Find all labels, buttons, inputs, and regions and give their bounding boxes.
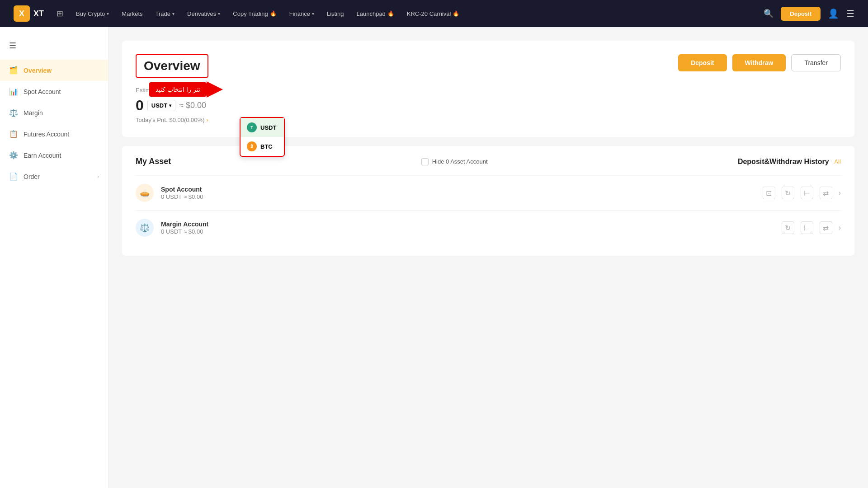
nav-listing[interactable]: Listing (322, 10, 349, 17)
sidebar-label-spot: Spot Account (24, 88, 61, 95)
today-pnl-value: $0.00(0.00%) (169, 117, 204, 123)
nav-finance[interactable]: Finance ▾ (285, 10, 319, 17)
logo-text: XT (33, 9, 44, 19)
asset-row-spot: 🥧 Spot Account 0 USDT ≈ $0.00 ⊡ ↻ ⊢ ⇄ › (136, 175, 841, 210)
overview-title: Overview (144, 59, 200, 73)
margin-account-info: Margin Account 0 USDT ≈ $0.00 (161, 221, 782, 235)
sidebar-hamburger[interactable]: ☰ (0, 36, 108, 60)
spot-account-info: Spot Account 0 USDT ≈ $0.00 (161, 186, 763, 200)
today-pnl-label: Today's PnL (136, 117, 167, 123)
currency-dropdown-menu: T USDT ₿ BTC (240, 117, 285, 157)
dropdown-item-btc[interactable]: ₿ BTC (241, 137, 284, 156)
margin-account-balance: 0 USDT ≈ $0.00 (161, 228, 782, 235)
usd-value: ≈ $0.00 (179, 101, 206, 110)
nav-derivatives[interactable]: Derivatives ▾ (183, 10, 225, 17)
dw-all-link[interactable]: All (835, 158, 841, 165)
main-container: ☰ 🗂️ Overview 📊 Spot Account ⚖️ Margin 📋… (0, 27, 868, 488)
order-icon: 📄 (9, 172, 18, 181)
navbar: X XT ⊞ Buy Crypto ▾ Markets Trade ▾ Deri… (0, 0, 868, 27)
my-asset-header: My Asset Hide 0 Asset Account Deposit&Wi… (136, 157, 841, 166)
my-asset-title: My Asset (136, 157, 171, 166)
logo-area[interactable]: X XT (14, 5, 44, 22)
overview-header: Overview Deposit Withdraw Transfer (136, 54, 841, 78)
balance-row: 0 USDT ▾ ≈ $0.00 T USDT ₿ BTC (136, 97, 841, 114)
chevron-down-icon: ▾ (169, 103, 171, 108)
sidebar-item-margin[interactable]: ⚖️ Margin (0, 102, 108, 123)
main-content: Overview Deposit Withdraw Transfer Estim… (108, 27, 868, 488)
sidebar-item-overview[interactable]: 🗂️ Overview (0, 60, 108, 81)
earn-icon: ⚙️ (9, 151, 18, 160)
sidebar-label-margin: Margin (24, 109, 43, 117)
hide-zero-text: Hide 0 Asset Account (432, 158, 488, 165)
logo-icon: X (14, 5, 30, 22)
menu-icon[interactable]: ☰ (846, 8, 854, 19)
sidebar-item-spot[interactable]: 📊 Spot Account (0, 81, 108, 102)
usdt-label: USDT (260, 124, 276, 131)
sidebar-label-order: Order (24, 173, 40, 180)
nav-trade[interactable]: Trade ▾ (151, 10, 179, 17)
nav-markets[interactable]: Markets (117, 10, 147, 17)
currency-label: USDT (151, 102, 167, 109)
nav-krc20[interactable]: KRC-20 Carnival 🔥 (402, 10, 464, 17)
estimated-balance-label: Estimated Balance 👁 (136, 87, 841, 94)
hide-zero-checkbox[interactable] (421, 158, 429, 165)
spot-withdraw-icon[interactable]: ⊢ (801, 187, 813, 199)
spot-refresh-icon[interactable]: ↻ (782, 187, 794, 199)
spot-deposit-icon[interactable]: ⊡ (763, 187, 775, 199)
user-icon[interactable]: 👤 (828, 8, 839, 19)
deposit-history-section: Deposit&Withdraw History All (738, 158, 841, 166)
nav-copy-trading[interactable]: Copy Trading 🔥 (228, 10, 281, 17)
pnl-arrow-icon[interactable]: › (206, 117, 208, 123)
sidebar-label-futures: Futures Account (24, 131, 69, 138)
margin-row-arrow[interactable]: › (839, 224, 841, 232)
transfer-button[interactable]: Transfer (791, 54, 841, 71)
sidebar-label-overview: Overview (24, 67, 52, 74)
nav-launchpad[interactable]: Launchpad 🔥 (352, 10, 399, 17)
nav-buy-crypto[interactable]: Buy Crypto ▾ (71, 10, 113, 17)
overview-card: Overview Deposit Withdraw Transfer Estim… (122, 41, 854, 137)
balance-amount: 0 (136, 97, 144, 114)
dropdown-item-usdt[interactable]: T USDT (241, 118, 284, 137)
grid-icon[interactable]: ⊞ (57, 9, 63, 19)
spot-account-balance: 0 USDT ≈ $0.00 (161, 193, 763, 200)
spot-account-icon: 🥧 (136, 184, 154, 202)
margin-icon: ⚖️ (9, 108, 18, 117)
margin-transfer-icon[interactable]: ⇄ (820, 221, 832, 234)
overview-title-box: Overview (136, 54, 208, 78)
usdt-icon: T (247, 122, 257, 132)
eye-icon[interactable]: 👁 (187, 87, 193, 94)
withdraw-button[interactable]: Withdraw (732, 54, 786, 71)
margin-account-icon: ⚖️ (136, 219, 154, 237)
margin-withdraw-icon[interactable]: ⊢ (801, 221, 813, 234)
header-actions: Deposit Withdraw Transfer (678, 54, 841, 71)
my-asset-section: My Asset Hide 0 Asset Account Deposit&Wi… (122, 146, 854, 256)
search-icon[interactable]: 🔍 (764, 9, 774, 19)
nav-right: 🔍 Deposit 👤 ☰ (764, 7, 854, 21)
currency-dropdown[interactable]: USDT ▾ (147, 100, 175, 111)
sidebar-item-futures[interactable]: 📋 Futures Account (0, 123, 108, 145)
spot-icon: 📊 (9, 87, 18, 96)
order-arrow-icon: › (97, 174, 99, 180)
margin-account-name: Margin Account (161, 221, 782, 228)
dw-history-title: Deposit&Withdraw History (738, 158, 829, 166)
margin-account-actions: ↻ ⊢ ⇄ › (782, 221, 841, 234)
hide-zero-label: Hide 0 Asset Account (421, 158, 488, 165)
sidebar: ☰ 🗂️ Overview 📊 Spot Account ⚖️ Margin 📋… (0, 27, 108, 488)
margin-refresh-icon[interactable]: ↻ (782, 221, 794, 234)
overview-icon: 🗂️ (9, 66, 18, 75)
deposit-button[interactable]: Deposit (678, 54, 726, 71)
spot-account-name: Spot Account (161, 186, 763, 193)
spot-transfer-icon[interactable]: ⇄ (820, 187, 832, 199)
sidebar-label-earn: Earn Account (24, 152, 61, 159)
sidebar-item-earn[interactable]: ⚙️ Earn Account (0, 145, 108, 166)
sidebar-item-order[interactable]: 📄 Order › (0, 166, 108, 187)
spot-row-arrow[interactable]: › (839, 189, 841, 197)
futures-icon: 📋 (9, 130, 18, 138)
btc-label: BTC (260, 143, 273, 150)
nav-deposit-button[interactable]: Deposit (781, 7, 821, 21)
btc-icon: ₿ (247, 141, 257, 151)
asset-row-margin: ⚖️ Margin Account 0 USDT ≈ $0.00 ↻ ⊢ ⇄ › (136, 210, 841, 245)
spot-account-actions: ⊡ ↻ ⊢ ⇄ › (763, 187, 841, 199)
